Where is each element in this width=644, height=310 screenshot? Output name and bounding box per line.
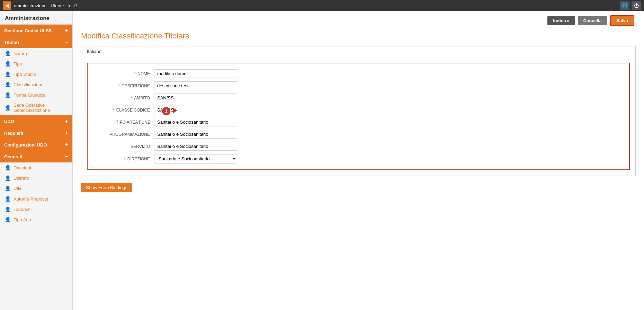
required-star-nome: * — [134, 71, 136, 76]
main-layout: Amministrazione Gestione Codici ULSS + T… — [0, 11, 644, 310]
sidebar-item-uffici[interactable]: 👤 Uffici — [0, 183, 72, 194]
cancel-button[interactable]: Cancella — [578, 16, 607, 25]
label-tipo-area-funz: TIPO AREA FUNZ — [95, 120, 150, 125]
forma-giuridica-user-icon: 👤 — [5, 92, 11, 98]
globe-button[interactable]: 🌐 — [620, 1, 629, 10]
sidebar-item-tipo-label: Tipo — [14, 61, 22, 67]
sidebar-item-distretti[interactable]: 👤 Distretti — [0, 173, 72, 183]
sidebar-section-requisiti-icon: + — [65, 130, 68, 136]
sidebar-item-direzioni-label: Direzioni — [14, 165, 31, 170]
uffici-user-icon: 👤 — [5, 186, 11, 191]
title-bar-right: 🌐 ⏻ — [620, 1, 641, 10]
sidebar-section-configurazioni-icon: + — [65, 142, 68, 148]
sidebar-item-classificazione[interactable]: 👤 Classificazione — [0, 79, 72, 90]
label-nome: * NOME — [95, 71, 150, 76]
input-servizio[interactable] — [154, 142, 237, 151]
toolbar: Indietro Cancella Salva 2 — [73, 11, 644, 30]
title-bar-title: amministrazione - Utente : test1 — [14, 3, 78, 8]
sidebar-section-requisiti-label: Requisiti — [4, 131, 23, 136]
back-button[interactable]: Indietro — [547, 16, 575, 25]
form-row-direzione: * DIREZIONE Sanitario e Sociosanitario — [88, 152, 629, 165]
sidebar-item-sede-operative[interactable]: 👤 Sede Operative Geolocalizzazione — [0, 100, 72, 115]
tipo-user-icon: 👤 — [5, 61, 11, 67]
required-star-ambito: * — [131, 96, 133, 100]
sidebar-item-autorita[interactable]: 👤 Autorità Preposte — [0, 194, 72, 204]
autorita-user-icon: 👤 — [5, 196, 11, 202]
input-tipo-area-funz[interactable] — [154, 118, 237, 126]
input-programmazione[interactable] — [154, 130, 237, 139]
sidebar-item-natura-label: Natura — [14, 51, 27, 56]
sidebar-item-uffici-label: Uffici — [14, 186, 24, 191]
direzioni-user-icon: 👤 — [5, 165, 11, 170]
annotation-arrow-1 — [173, 108, 177, 114]
sidebar-section-titolari-label: Titolari — [4, 40, 19, 45]
sidebar-section-gestione-label: Gestione Codici ULSS — [4, 28, 52, 33]
sidebar-item-forma-giuridica-label: Forma Giuridica — [14, 92, 45, 98]
sidebar-item-sede-operative-label: Sede Operative Geolocalizzazione — [14, 103, 68, 113]
sidebar-item-tipo-atto[interactable]: 👤 Tipo Atto — [0, 214, 72, 225]
sidebar-item-toponimi[interactable]: 👤 Toponimi — [0, 204, 72, 214]
form-row-programmazione: PROGRAMMAZIONE — [88, 128, 629, 140]
tipo-atto-user-icon: 👤 — [5, 217, 11, 222]
tipo-studio-user-icon: 👤 — [5, 71, 11, 77]
page-title: Modifica Classificazione Titolare — [73, 30, 644, 46]
input-nome[interactable] — [154, 69, 237, 78]
save-button[interactable]: Salva — [610, 15, 634, 26]
sidebar-section-configurazioni[interactable]: Configurazioni UDO + — [0, 139, 72, 151]
sidebar: Amministrazione Gestione Codici ULSS + T… — [0, 11, 73, 310]
sidebar-section-generali[interactable]: Generali − — [0, 151, 72, 162]
tab-italiano[interactable]: Italiano — [81, 46, 107, 57]
sidebar-section-udo[interactable]: UDO + — [0, 115, 72, 127]
distretti-user-icon: 👤 — [5, 175, 11, 181]
form-row-servizio: SERVIZIO — [88, 140, 629, 152]
sidebar-item-tipo-studio-label: Tipo Studio — [14, 72, 36, 77]
show-form-bindings-button[interactable]: Show Form Bindings — [81, 183, 132, 192]
form-wrapper: 1 Italiano * NOME — [73, 46, 644, 176]
power-button[interactable]: ⏻ — [632, 1, 641, 10]
required-star-descrizione: * — [118, 83, 120, 88]
sidebar-section-gestione[interactable]: Gestione Codici ULSS + — [0, 25, 72, 36]
sidebar-item-forma-giuridica[interactable]: 👤 Forma Giuridica — [0, 90, 72, 100]
annotation-circle-2: 2 — [641, 11, 644, 12]
sidebar-section-requisiti[interactable]: Requisiti + — [0, 127, 72, 139]
sidebar-item-distretti-label: Distretti — [14, 176, 29, 181]
sidebar-item-direzioni[interactable]: 👤 Direzioni — [0, 162, 72, 173]
app-icon: ◀ — [3, 1, 11, 10]
sidebar-header: Amministrazione — [0, 11, 72, 25]
form-row-tipo-area-funz: TIPO AREA FUNZ — [88, 116, 629, 128]
required-star-classe-codice: * — [113, 108, 115, 113]
label-classe-codice: * CLASSE CODICE — [95, 108, 150, 113]
sidebar-item-natura[interactable]: 👤 Natura — [0, 48, 72, 59]
label-programmazione: PROGRAMMAZIONE — [95, 132, 150, 137]
sidebar-item-classificazione-label: Classificazione — [14, 82, 44, 87]
sidebar-section-generali-icon: − — [65, 153, 68, 160]
sidebar-section-configurazioni-label: Configurazioni UDO — [4, 142, 47, 148]
classificazione-user-icon: 👤 — [5, 82, 11, 87]
toponimi-user-icon: 👤 — [5, 206, 11, 212]
sidebar-section-udo-label: UDO — [4, 119, 14, 124]
sidebar-section-generali-label: Generali — [4, 154, 22, 159]
tab-strip: Italiano — [81, 46, 635, 57]
sidebar-section-titolari-icon: − — [65, 39, 68, 45]
sidebar-item-tipo[interactable]: 👤 Tipo — [0, 59, 72, 69]
natura-user-icon: 👤 — [5, 51, 11, 56]
annotation-1-container: 1 — [162, 107, 177, 115]
sidebar-item-tipo-studio[interactable]: 👤 Tipo Studio — [0, 69, 72, 79]
form-row-nome: * NOME — [88, 68, 629, 80]
label-servizio: SERVIZIO — [95, 144, 150, 149]
annotation-circle-1: 1 — [162, 107, 170, 115]
title-bar-left: ◀ amministrazione - Utente : test1 — [3, 1, 78, 10]
sidebar-item-autorita-label: Autorità Preposte — [14, 196, 48, 202]
form-row-descrizione: * DESCRIZIONE — [88, 80, 629, 92]
form-fields-area: * NOME * DESCRIZIONE — [87, 63, 630, 170]
label-descrizione: * DESCRIZIONE — [95, 83, 150, 88]
label-direzione: * DIREZIONE — [95, 157, 150, 161]
sidebar-section-udo-icon: + — [65, 118, 68, 124]
sidebar-section-gestione-icon: + — [65, 27, 68, 34]
sidebar-section-titolari[interactable]: Titolari − — [0, 36, 72, 48]
sede-operative-user-icon: 👤 — [5, 105, 11, 110]
input-ambito[interactable] — [154, 94, 237, 102]
select-direzione[interactable]: Sanitario e Sociosanitario — [154, 154, 237, 163]
form-row-ambito: * AMBITO — [88, 92, 629, 104]
input-descrizione[interactable] — [154, 81, 237, 90]
